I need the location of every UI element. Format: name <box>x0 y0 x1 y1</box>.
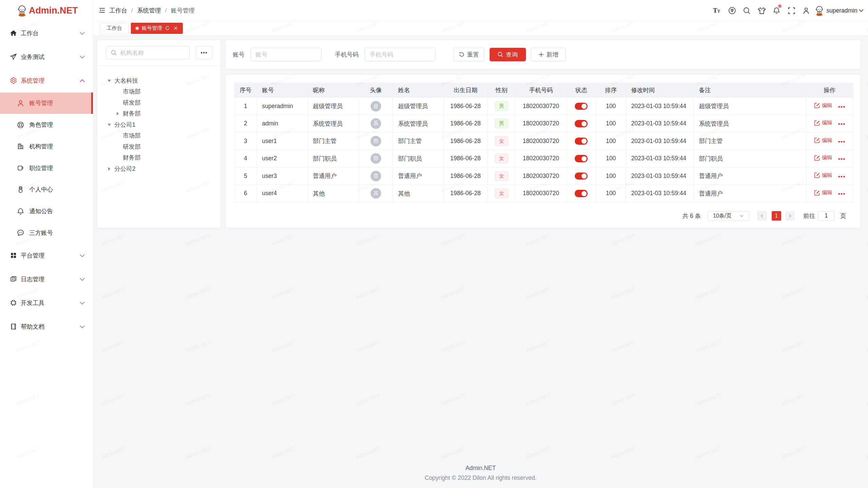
svg-text:T: T <box>713 7 717 14</box>
svg-text:T: T <box>717 9 720 14</box>
